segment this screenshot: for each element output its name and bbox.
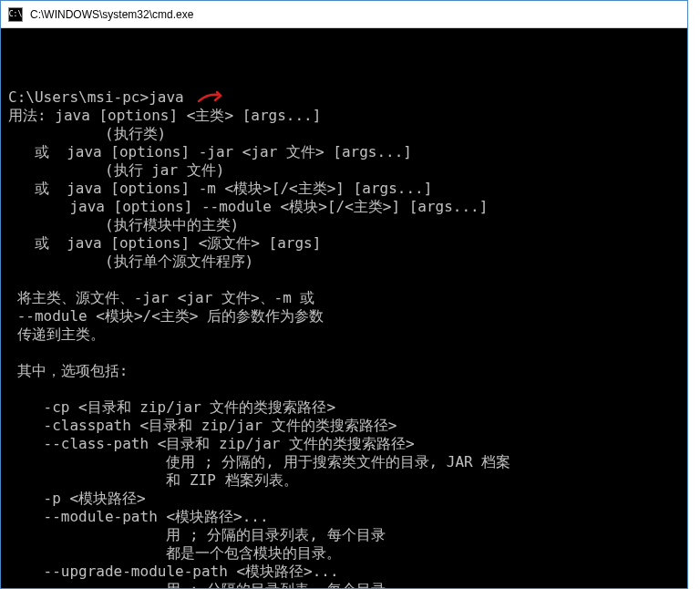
terminal-line: java [options] --module <模块>[/<主类>] [arg…	[8, 198, 680, 216]
terminal-line	[8, 380, 680, 398]
terminal-line: 和 ZIP 档案列表。	[8, 471, 680, 490]
terminal-line: --module-path <模块路径>...	[8, 508, 680, 526]
titlebar[interactable]: C:\ C:\WINDOWS\system32\cmd.exe	[1, 1, 687, 28]
terminal-line: 或 java [options] -m <模块>[/<主类>] [args...…	[8, 180, 680, 198]
terminal-output[interactable]: C:\Users\msi-pc>java用法: java [options] <…	[1, 28, 687, 588]
terminal-line: (执行 jar 文件)	[8, 161, 680, 180]
terminal-line	[8, 344, 680, 362]
terminal-line: -cp <目录和 zip/jar 文件的类搜索路径>	[8, 398, 680, 417]
terminal-line: (执行单个源文件程序)	[8, 253, 680, 271]
terminal-line: -classpath <目录和 zip/jar 文件的类搜索路径>	[8, 417, 680, 435]
terminal-line: 其中，选项包括:	[8, 362, 680, 380]
cmd-window: C:\ C:\WINDOWS\system32\cmd.exe C:\Users…	[0, 0, 688, 589]
terminal-line: 都是一个包含模块的目录。	[8, 544, 680, 563]
terminal-line: (执行类)	[8, 125, 680, 143]
terminal-line: 用 ; 分隔的目录列表, 每个目录	[8, 526, 680, 544]
cmd-icon: C:\	[8, 7, 23, 22]
terminal-line: 用法: java [options] <主类> [args...]	[8, 107, 680, 125]
terminal-line: (执行模块中的主类)	[8, 216, 680, 234]
window-title: C:\WINDOWS\system32\cmd.exe	[30, 8, 193, 21]
terminal-line: 用 ; 分隔的目录列表, 每个目录	[8, 581, 680, 588]
terminal-line: -p <模块路径>	[8, 490, 680, 508]
terminal-line: 或 java [options] <源文件> [args]	[8, 234, 680, 253]
terminal-line	[8, 271, 680, 289]
terminal-line: 使用 ; 分隔的, 用于搜索类文件的目录, JAR 档案	[8, 453, 680, 471]
terminal-line: --module <模块>/<主类> 后的参数作为参数	[8, 307, 680, 326]
terminal-line: 将主类、源文件、-jar <jar 文件>、-m 或	[8, 289, 680, 307]
terminal-line: --upgrade-module-path <模块路径>...	[8, 563, 680, 581]
terminal-line: --class-path <目录和 zip/jar 文件的类搜索路径>	[8, 435, 680, 453]
terminal-line: 传递到主类。	[8, 326, 680, 344]
terminal-line: 或 java [options] -jar <jar 文件> [args...]	[8, 143, 680, 161]
terminal-line	[8, 70, 680, 88]
terminal-line: C:\Users\msi-pc>java	[8, 88, 680, 107]
